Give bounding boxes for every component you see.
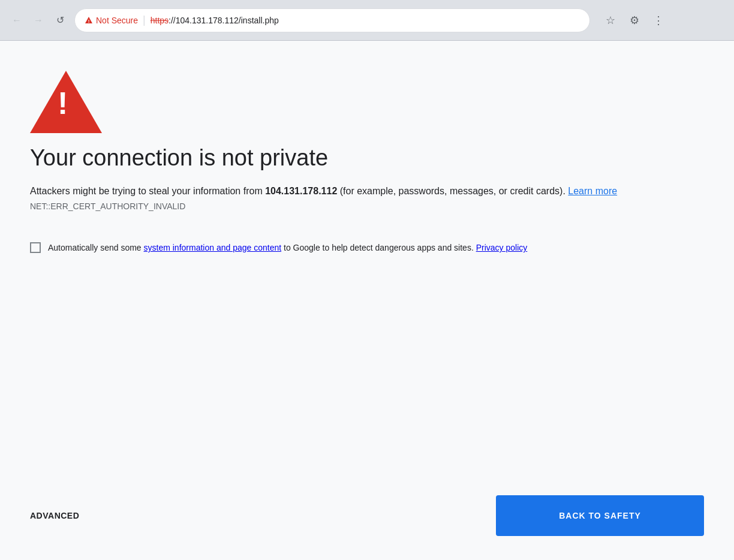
menu-button[interactable]: ⋮ bbox=[648, 10, 669, 31]
error-page: Your connection is not private Attackers… bbox=[0, 41, 734, 560]
address-bar[interactable]: ! Not Secure | https://104.131.178.112/i… bbox=[74, 8, 590, 32]
security-indicator: ! Not Secure bbox=[85, 16, 138, 25]
reload-button[interactable]: ↺ bbox=[50, 11, 70, 30]
forward-icon: → bbox=[34, 15, 43, 26]
learn-more-link[interactable]: Learn more bbox=[568, 186, 617, 196]
url-display: https://104.131.178.112/install.php bbox=[151, 16, 279, 25]
back-button[interactable]: ← bbox=[7, 11, 26, 30]
url-protocol: https bbox=[151, 16, 169, 25]
back-icon: ← bbox=[12, 15, 22, 26]
page-title: Your connection is not private bbox=[30, 145, 704, 171]
back-to-safety-button[interactable]: BACK TO SAFETY bbox=[496, 495, 704, 536]
settings-button[interactable]: ⚙ bbox=[624, 10, 645, 31]
error-code: NET::ERR_CERT_AUTHORITY_INVALID bbox=[30, 201, 704, 211]
privacy-policy-link[interactable]: Privacy policy bbox=[476, 243, 528, 252]
checkbox-label: Automatically send some system informati… bbox=[48, 241, 527, 254]
system-info-link[interactable]: system information and page content bbox=[144, 243, 282, 252]
not-secure-label: Not Secure bbox=[96, 16, 138, 25]
url-rest: ://104.131.178.112/install.php bbox=[169, 16, 279, 25]
checkbox-text-after: to Google to help detect dangerous apps … bbox=[281, 243, 476, 252]
send-info-checkbox-wrapper[interactable] bbox=[30, 242, 41, 253]
host-name: 104.131.178.112 bbox=[265, 186, 337, 196]
address-divider: | bbox=[143, 14, 146, 26]
star-icon: ☆ bbox=[606, 14, 615, 27]
forward-button[interactable]: → bbox=[29, 11, 48, 30]
warning-icon bbox=[30, 71, 102, 131]
checkbox-text-before: Automatically send some bbox=[48, 243, 144, 252]
reload-icon: ↺ bbox=[56, 14, 64, 26]
checkbox-section: Automatically send some system informati… bbox=[30, 241, 704, 254]
description-text-before: Attackers might be trying to steal your … bbox=[30, 186, 265, 196]
description-text-after: (for example, passwords, messages, or cr… bbox=[337, 186, 568, 196]
browser-toolbar: ← → ↺ ! Not Secure | https://104.131.178… bbox=[0, 0, 734, 41]
page-description: Attackers might be trying to steal your … bbox=[30, 183, 690, 199]
advanced-button[interactable]: ADVANCED bbox=[30, 505, 79, 526]
nav-buttons: ← → ↺ bbox=[7, 11, 70, 30]
warning-triangle-small-icon: ! bbox=[85, 16, 93, 25]
toolbar-right: ☆ ⚙ ⋮ bbox=[600, 10, 669, 31]
bottom-actions: ADVANCED BACK TO SAFETY bbox=[30, 495, 704, 536]
menu-icon: ⋮ bbox=[653, 14, 664, 27]
send-info-checkbox[interactable] bbox=[30, 242, 41, 253]
danger-triangle-icon bbox=[30, 71, 102, 133]
gear-icon: ⚙ bbox=[630, 14, 639, 27]
svg-text:!: ! bbox=[88, 19, 90, 24]
bookmark-button[interactable]: ☆ bbox=[600, 10, 621, 31]
